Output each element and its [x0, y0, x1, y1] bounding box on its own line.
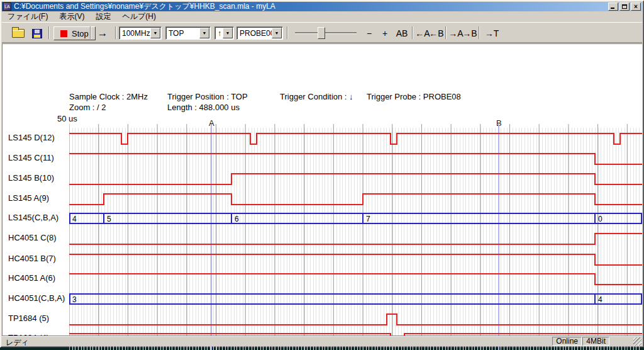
chevron-down-icon[interactable]: ▼	[272, 28, 282, 38]
signal-label: LS145(C,B,A)	[8, 212, 58, 223]
ruler-time-label: 50 us	[57, 114, 77, 123]
application-window: LA C:¥Documents and Settings¥noname¥デスクト…	[0, 0, 644, 347]
zoom-slider-thumb[interactable]	[318, 27, 325, 39]
stop-button-label: Stop	[72, 29, 89, 38]
waveform-trace	[69, 154, 642, 164]
app-icon: LA	[3, 3, 11, 11]
run-arrow-button[interactable]: →	[94, 26, 111, 40]
trigger-probe-combo-value: PROBE00	[237, 29, 272, 38]
sample-clock-combo[interactable]: 100MHz ▼	[119, 26, 162, 40]
chevron-down-icon[interactable]: ▼	[199, 28, 209, 38]
save-floppy-icon	[32, 29, 42, 38]
bus-value: 3	[72, 295, 77, 304]
signal-label: LS145 A(9)	[8, 193, 49, 204]
bus-value: 4	[598, 295, 602, 304]
toolbar-separator	[48, 26, 50, 39]
signal-label: TP1684 (5)	[8, 313, 49, 324]
menu-bar: ファイル(F) 表示(V) 設定 ヘルプ(H)	[2, 12, 642, 21]
waveform-trace	[69, 174, 642, 184]
waveform-traces: 4567034	[69, 124, 642, 350]
save-file-button[interactable]	[28, 26, 46, 40]
close-button[interactable]: ×	[631, 3, 641, 11]
signal-label: LS145 C(11)	[8, 152, 54, 164]
trigger-edge-combo-value: ↑	[215, 29, 223, 38]
chevron-down-icon[interactable]: ▼	[223, 28, 233, 38]
bus-box	[70, 294, 641, 304]
zoom-in-button[interactable]: +	[378, 26, 392, 40]
bus-box	[70, 213, 641, 223]
open-file-button[interactable]	[9, 26, 27, 40]
status-online-badge: Online	[552, 337, 582, 346]
maximize-button[interactable]	[619, 3, 630, 11]
goto-trigger-button[interactable]: →T	[484, 26, 500, 40]
waveform-trace	[69, 133, 642, 144]
bus-value: 5	[107, 215, 111, 223]
maximize-icon	[622, 4, 627, 9]
menu-view[interactable]: 表示(V)	[53, 11, 90, 22]
waveform-trace	[69, 254, 642, 265]
bus-value: 4	[72, 215, 77, 223]
trigger-edge-combo[interactable]: ↑ ▼	[214, 26, 234, 40]
waveform-trace	[69, 274, 642, 285]
waveform-trace	[69, 194, 642, 205]
zoom-slider-track[interactable]	[295, 32, 357, 33]
trigger-condition-info: Trigger Condition : ↓	[280, 92, 353, 101]
minimize-button[interactable]	[608, 3, 618, 11]
signal-label: HC4051(C,B,A)	[8, 293, 65, 304]
zoom-info: Zoom : / 2	[69, 103, 106, 112]
bus-value: 6	[235, 215, 239, 223]
sample-clock-info: Sample Clock : 2MHz	[69, 92, 148, 101]
signal-label: HC4051 A(6)	[8, 273, 55, 284]
trigger-position-combo-value: TOP	[166, 29, 199, 38]
minimize-icon	[611, 8, 614, 9]
toolbar: Stop → 100MHz ▼ TOP ▼ ↑ ▼ PROBE00 ▼ − + …	[2, 22, 642, 43]
signal-label: HC4051 C(8)	[8, 232, 57, 244]
waveform-grid[interactable]: 4567034	[69, 124, 642, 350]
menu-help[interactable]: ヘルプ(H)	[116, 11, 162, 22]
trigger-position-combo[interactable]: TOP ▼	[165, 26, 211, 40]
bus-value: 7	[366, 215, 370, 223]
status-ready-text: レディ	[6, 337, 29, 348]
screen: LA C:¥Documents and Settings¥noname¥デスクト…	[0, 0, 644, 350]
menu-settings[interactable]: 設定	[90, 11, 116, 22]
menu-file[interactable]: ファイル(F)	[2, 11, 53, 22]
open-folder-icon	[12, 29, 25, 38]
status-memory-badge: 4MBit	[582, 337, 609, 346]
toolbar-separator	[412, 26, 413, 39]
sample-clock-combo-value: 100MHz	[119, 29, 150, 38]
goto-cursor-b-button[interactable]: →B	[462, 26, 478, 40]
waveform-panel: Sample Clock : 2MHz Trigger Position : T…	[2, 43, 642, 336]
toolbar-separator	[115, 26, 116, 39]
resize-grip[interactable]	[633, 337, 641, 346]
bus-value: 0	[598, 215, 602, 223]
trigger-probe-combo[interactable]: PROBE00 ▼	[236, 26, 283, 40]
set-cursor-b-button[interactable]: ←B	[428, 26, 445, 40]
signal-label: HC4051 B(7)	[8, 253, 56, 264]
stop-button[interactable]: Stop	[53, 26, 96, 40]
toolbar-separator	[445, 26, 447, 39]
ab-range-button[interactable]: AB	[393, 26, 411, 40]
status-bar: レディ Online 4MBit	[2, 336, 642, 346]
chevron-down-icon[interactable]: ▼	[150, 28, 160, 38]
toolbar-separator	[479, 26, 480, 39]
signal-label: LS145 B(10)	[8, 172, 54, 184]
close-icon: ×	[634, 3, 638, 10]
toolbar-separator	[90, 26, 91, 39]
title-bar[interactable]: LA C:¥Documents and Settings¥noname¥デスクト…	[2, 2, 642, 11]
waveform-trace	[69, 234, 642, 244]
signal-label: LS145 D(12)	[8, 132, 55, 144]
window-title: C:¥Documents and Settings¥noname¥デスクトップ¥…	[14, 2, 275, 11]
length-info: Length : 488.000 us	[167, 103, 240, 112]
zoom-out-button[interactable]: −	[362, 26, 377, 40]
trigger-position-info: Trigger Position : TOP	[167, 92, 248, 101]
toolbar-separator	[287, 26, 288, 39]
trigger-probe-info: Trigger Probe : PROBE08	[367, 92, 461, 101]
stop-square-icon	[60, 30, 67, 37]
waveform-trace	[69, 314, 642, 325]
